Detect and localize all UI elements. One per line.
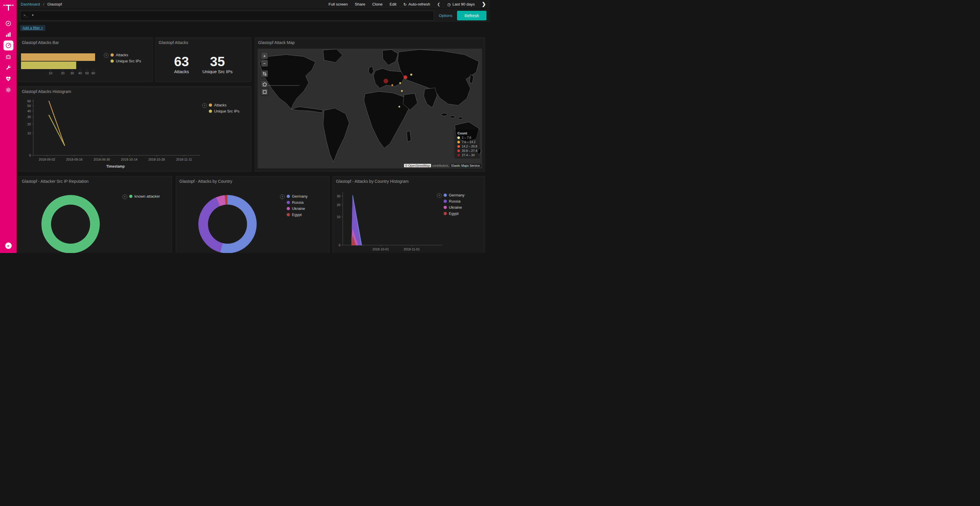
sidebar-item-dashboard[interactable]	[0, 40, 17, 51]
map-marker[interactable]	[410, 73, 412, 76]
map-marker[interactable]	[391, 84, 393, 86]
map-legend-label: 1 – 7.6	[462, 136, 471, 139]
sidebar-collapse-button[interactable]: «	[5, 243, 12, 249]
svg-text:30: 30	[27, 115, 31, 119]
map-marker[interactable]	[383, 79, 388, 83]
sidebar-item-dev-tools[interactable]	[0, 62, 17, 73]
refresh-button[interactable]: Refresh	[457, 11, 487, 21]
svg-text:40: 40	[78, 71, 82, 75]
svg-text:10: 10	[27, 132, 31, 135]
panel-title: Glastopf - Attacks by Country Histogram	[333, 176, 485, 186]
full-screen-button[interactable]: Full screen	[328, 2, 348, 6]
legend-toggle-icon[interactable]: ›	[437, 193, 442, 198]
dashboard-grid: Glastopf Attacks Bar 102030405060 › Atta…	[17, 33, 490, 253]
legend-toggle-icon[interactable]: ›	[104, 53, 108, 58]
app-sidebar: «	[0, 0, 17, 253]
metric-label: Unique Src IPs	[202, 69, 232, 75]
svg-text:2018-10-01: 2018-10-01	[372, 247, 389, 251]
world-map-layer	[258, 49, 482, 168]
share-button[interactable]: Share	[355, 2, 365, 6]
auto-refresh-button[interactable]: ↻ Auto-refresh	[403, 2, 430, 7]
attacks-bar-chart[interactable]: 102030405060	[19, 51, 107, 78]
legend-item-ukraine[interactable]: Ukraine	[444, 205, 465, 209]
map-legend-row: 7.6 – 14.2	[457, 140, 477, 144]
legend-label: Russia	[449, 199, 461, 203]
add-filter-link[interactable]: Add a filter +	[20, 25, 46, 31]
panel-title: Glastopf Attack Map	[255, 38, 485, 48]
legend-item-ukraine[interactable]: Ukraine	[287, 206, 307, 211]
breadcrumb: Dashboard / Glastopf	[21, 2, 62, 6]
metric-group: 63 Attacks 35 Unique Src IPs	[156, 54, 251, 75]
query-options-link[interactable]: Options	[439, 13, 452, 18]
legend-swatch	[287, 207, 290, 210]
legend-item-germany[interactable]: Germany	[444, 193, 465, 197]
legend-swatch	[444, 212, 447, 215]
legend-item-egypt[interactable]: Egypt	[444, 211, 465, 216]
legend-toggle-icon[interactable]: ›	[280, 194, 285, 199]
map-marker[interactable]	[399, 82, 401, 84]
legend-toggle-icon[interactable]: ›	[202, 103, 207, 108]
legend-swatch	[209, 109, 212, 113]
heartbeat-icon	[3, 74, 13, 84]
svg-text:50: 50	[85, 71, 89, 75]
legend-swatch	[444, 194, 447, 197]
panel-title: Glastopf Attacks Bar	[19, 38, 153, 48]
svg-text:20: 20	[27, 122, 31, 126]
sidebar-item-discover[interactable]	[0, 18, 17, 29]
sidebar-item-monitoring[interactable]	[0, 73, 17, 84]
legend-item-germany[interactable]: Germany	[287, 194, 307, 198]
panel-title: Glastopf Attacks	[156, 38, 251, 48]
legend-label: Ukraine	[292, 206, 305, 211]
map-marker[interactable]	[398, 106, 400, 108]
attacks-line-chart[interactable]: 01020304050602018-09-022018-09-162018-09…	[21, 97, 208, 171]
edit-button[interactable]: Edit	[390, 2, 396, 6]
legend-label: known attacker	[134, 194, 160, 198]
sidebar-item-timelion[interactable]	[0, 51, 17, 62]
svg-text:30: 30	[337, 194, 340, 198]
legend-item-unique-src-ips[interactable]: Unique Src IPs	[111, 59, 141, 63]
reputation-pie-chart[interactable]	[41, 195, 100, 253]
map-legend: Count 1 – 7.67.6 – 14.214.2 – 20.820.8 –…	[455, 130, 480, 159]
svg-text:30: 30	[70, 71, 74, 75]
panel-title: Glastopf - Attacks by Country	[176, 176, 329, 186]
country-pie-chart[interactable]	[198, 195, 257, 253]
panel-country-histogram: Glastopf - Attacks by Country Histogram …	[332, 176, 485, 253]
clone-button[interactable]: Clone	[372, 2, 382, 6]
rectangle-select-button[interactable]	[261, 88, 268, 95]
legend-item-egypt[interactable]: Egypt	[287, 213, 307, 217]
metric-value: 63	[174, 54, 189, 68]
zoom-in-button[interactable]: +	[261, 52, 268, 59]
polygon-select-button[interactable]	[261, 81, 268, 88]
openstreetmap-link[interactable]: © OpenStreetMap	[404, 164, 431, 167]
legend-item-russia[interactable]: Russia	[444, 199, 465, 203]
zoom-out-button[interactable]: −	[261, 60, 268, 67]
breadcrumb-dashboard-link[interactable]: Dashboard	[21, 2, 40, 6]
telekom-logo[interactable]	[3, 3, 13, 13]
bar-chart-icon	[3, 29, 13, 40]
fit-bounds-button[interactable]	[261, 70, 268, 77]
time-range-prev-button[interactable]: ❮	[437, 2, 441, 6]
map-marker[interactable]	[401, 90, 403, 92]
map-legend-row: 14.2 – 20.8	[457, 144, 477, 148]
legend-toggle-icon[interactable]: ›	[123, 194, 127, 199]
sidebar-item-management[interactable]	[0, 84, 17, 95]
map-legend-swatch	[457, 136, 460, 139]
time-picker-button[interactable]: ◷ Last 90 days	[447, 2, 474, 7]
map-legend-label: 27.4 – 34	[462, 153, 474, 157]
query-input[interactable]: >_ *	[20, 11, 434, 21]
legend-swatch	[287, 195, 290, 198]
legend-label: Egypt	[292, 213, 302, 217]
time-range-next-button[interactable]: ❯	[482, 1, 486, 7]
sidebar-item-visualize[interactable]	[0, 29, 17, 40]
elastic-maps-link[interactable]: Elastic Maps Service	[450, 164, 481, 167]
world-map[interactable]: + − Count 1 – 7.67.6 – 14	[258, 49, 482, 168]
legend-item-attacks[interactable]: Attacks	[111, 53, 141, 57]
legend-swatch	[111, 53, 114, 57]
map-legend-row: 1 – 7.6	[457, 136, 477, 139]
legend-item-russia[interactable]: Russia	[287, 200, 307, 205]
map-marker[interactable]	[403, 76, 407, 79]
legend-item-known-attacker[interactable]: known attacker	[129, 194, 160, 198]
legend-item-unique-src-ips[interactable]: Unique Src IPs	[209, 109, 239, 113]
chart-legend: › AttacksUnique Src IPs	[104, 53, 141, 63]
legend-item-attacks[interactable]: Attacks	[209, 103, 239, 107]
